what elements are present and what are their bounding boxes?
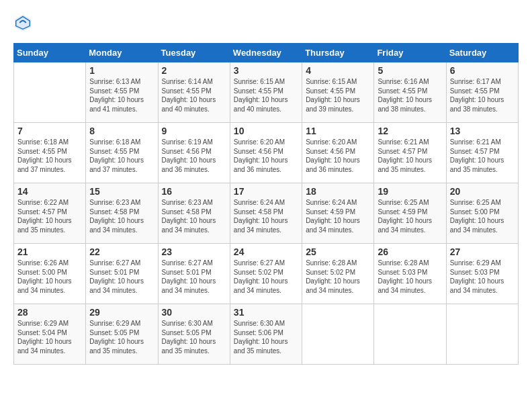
calendar-cell: 16Sunrise: 6:23 AM Sunset: 4:58 PM Dayli… [158, 183, 230, 244]
calendar-cell: 10Sunrise: 6:20 AM Sunset: 4:56 PM Dayli… [230, 123, 302, 183]
day-number: 13 [450, 126, 515, 136]
calendar-cell: 20Sunrise: 6:25 AM Sunset: 5:00 PM Dayli… [446, 183, 518, 244]
day-info: Sunrise: 6:25 AM Sunset: 4:59 PM Dayligh… [378, 198, 442, 234]
day-number: 21 [17, 246, 82, 257]
calendar-cell: 4Sunrise: 6:15 AM Sunset: 4:55 PM Daylig… [302, 62, 374, 123]
day-number: 10 [234, 126, 298, 136]
day-number: 19 [378, 186, 442, 197]
day-info: Sunrise: 6:26 AM Sunset: 5:00 PM Dayligh… [17, 259, 82, 295]
day-info: Sunrise: 6:15 AM Sunset: 4:55 PM Dayligh… [234, 77, 298, 113]
calendar-cell: 9Sunrise: 6:19 AM Sunset: 4:56 PM Daylig… [158, 123, 230, 183]
day-number: 6 [450, 65, 515, 76]
calendar-cell [14, 62, 86, 123]
day-number: 31 [234, 307, 298, 318]
day-info: Sunrise: 6:17 AM Sunset: 4:55 PM Dayligh… [450, 77, 515, 113]
day-number: 22 [89, 246, 154, 257]
day-info: Sunrise: 6:14 AM Sunset: 4:55 PM Dayligh… [162, 77, 226, 113]
calendar-cell: 30Sunrise: 6:30 AM Sunset: 5:05 PM Dayli… [158, 304, 230, 365]
calendar-cell [302, 304, 374, 365]
day-info: Sunrise: 6:18 AM Sunset: 4:55 PM Dayligh… [17, 138, 82, 174]
day-info: Sunrise: 6:16 AM Sunset: 4:55 PM Dayligh… [378, 77, 442, 113]
logo-icon [13, 13, 32, 32]
calendar-cell: 22Sunrise: 6:27 AM Sunset: 5:01 PM Dayli… [86, 244, 158, 304]
calendar-week-5: 28Sunrise: 6:29 AM Sunset: 5:04 PM Dayli… [14, 304, 519, 365]
day-info: Sunrise: 6:24 AM Sunset: 4:58 PM Dayligh… [234, 198, 298, 234]
day-number: 3 [234, 65, 298, 76]
day-info: Sunrise: 6:20 AM Sunset: 4:56 PM Dayligh… [306, 138, 370, 174]
day-info: Sunrise: 6:22 AM Sunset: 4:57 PM Dayligh… [17, 198, 82, 234]
calendar-table: Sunday Monday Tuesday Wednesday Thursday… [13, 43, 519, 365]
day-info: Sunrise: 6:28 AM Sunset: 5:03 PM Dayligh… [378, 259, 442, 295]
day-info: Sunrise: 6:28 AM Sunset: 5:02 PM Dayligh… [306, 259, 370, 295]
calendar-cell: 12Sunrise: 6:21 AM Sunset: 4:57 PM Dayli… [374, 123, 446, 183]
day-number: 17 [234, 186, 298, 197]
calendar-cell: 5Sunrise: 6:16 AM Sunset: 4:55 PM Daylig… [374, 62, 446, 123]
col-thursday: Thursday [302, 44, 374, 62]
day-number: 16 [162, 186, 226, 197]
day-number: 25 [306, 246, 370, 257]
header-row: Sunday Monday Tuesday Wednesday Thursday… [14, 44, 519, 62]
day-number: 8 [89, 126, 154, 136]
day-info: Sunrise: 6:21 AM Sunset: 4:57 PM Dayligh… [378, 138, 442, 174]
calendar-body: 1Sunrise: 6:13 AM Sunset: 4:55 PM Daylig… [14, 62, 519, 365]
col-sunday: Sunday [14, 44, 86, 62]
day-info: Sunrise: 6:13 AM Sunset: 4:55 PM Dayligh… [89, 77, 154, 113]
calendar-cell: 6Sunrise: 6:17 AM Sunset: 4:55 PM Daylig… [446, 62, 518, 123]
calendar-cell: 24Sunrise: 6:27 AM Sunset: 5:02 PM Dayli… [230, 244, 302, 304]
day-info: Sunrise: 6:29 AM Sunset: 5:04 PM Dayligh… [17, 319, 82, 355]
calendar-cell: 27Sunrise: 6:29 AM Sunset: 5:03 PM Dayli… [446, 244, 518, 304]
calendar-cell: 15Sunrise: 6:23 AM Sunset: 4:58 PM Dayli… [86, 183, 158, 244]
calendar-cell: 19Sunrise: 6:25 AM Sunset: 4:59 PM Dayli… [374, 183, 446, 244]
calendar-cell: 29Sunrise: 6:29 AM Sunset: 5:05 PM Dayli… [86, 304, 158, 365]
day-number: 2 [162, 65, 226, 76]
calendar-cell: 13Sunrise: 6:21 AM Sunset: 4:57 PM Dayli… [446, 123, 518, 183]
day-number: 11 [306, 126, 370, 136]
day-number: 15 [89, 186, 154, 197]
col-friday: Friday [374, 44, 446, 62]
calendar-cell: 23Sunrise: 6:27 AM Sunset: 5:01 PM Dayli… [158, 244, 230, 304]
calendar-cell: 18Sunrise: 6:24 AM Sunset: 4:59 PM Dayli… [302, 183, 374, 244]
calendar-cell [446, 304, 518, 365]
calendar-header: Sunday Monday Tuesday Wednesday Thursday… [14, 44, 519, 62]
page-header [13, 13, 519, 32]
calendar-week-3: 14Sunrise: 6:22 AM Sunset: 4:57 PM Dayli… [14, 183, 519, 244]
calendar-week-1: 1Sunrise: 6:13 AM Sunset: 4:55 PM Daylig… [14, 62, 519, 123]
calendar-cell: 17Sunrise: 6:24 AM Sunset: 4:58 PM Dayli… [230, 183, 302, 244]
calendar-cell: 1Sunrise: 6:13 AM Sunset: 4:55 PM Daylig… [86, 62, 158, 123]
calendar-cell: 25Sunrise: 6:28 AM Sunset: 5:02 PM Dayli… [302, 244, 374, 304]
day-info: Sunrise: 6:27 AM Sunset: 5:02 PM Dayligh… [234, 259, 298, 295]
day-number: 9 [162, 126, 226, 136]
calendar-cell: 7Sunrise: 6:18 AM Sunset: 4:55 PM Daylig… [14, 123, 86, 183]
day-number: 27 [450, 246, 515, 257]
day-number: 28 [17, 307, 82, 318]
day-number: 5 [378, 65, 442, 76]
day-info: Sunrise: 6:25 AM Sunset: 5:00 PM Dayligh… [450, 198, 515, 234]
col-wednesday: Wednesday [230, 44, 302, 62]
day-info: Sunrise: 6:29 AM Sunset: 5:03 PM Dayligh… [450, 259, 515, 295]
calendar-week-2: 7Sunrise: 6:18 AM Sunset: 4:55 PM Daylig… [14, 123, 519, 183]
day-info: Sunrise: 6:30 AM Sunset: 5:05 PM Dayligh… [162, 319, 226, 355]
calendar-cell: 3Sunrise: 6:15 AM Sunset: 4:55 PM Daylig… [230, 62, 302, 123]
day-info: Sunrise: 6:18 AM Sunset: 4:55 PM Dayligh… [89, 138, 154, 174]
day-number: 29 [89, 307, 154, 318]
day-info: Sunrise: 6:20 AM Sunset: 4:56 PM Dayligh… [234, 138, 298, 174]
day-number: 30 [162, 307, 226, 318]
day-number: 1 [89, 65, 154, 76]
day-number: 18 [306, 186, 370, 197]
day-number: 26 [378, 246, 442, 257]
day-info: Sunrise: 6:21 AM Sunset: 4:57 PM Dayligh… [450, 138, 515, 174]
day-info: Sunrise: 6:23 AM Sunset: 4:58 PM Dayligh… [89, 198, 154, 234]
calendar-cell: 2Sunrise: 6:14 AM Sunset: 4:55 PM Daylig… [158, 62, 230, 123]
calendar-cell [374, 304, 446, 365]
day-number: 12 [378, 126, 442, 136]
col-saturday: Saturday [446, 44, 518, 62]
logo [13, 13, 35, 32]
day-number: 24 [234, 246, 298, 257]
calendar-cell: 11Sunrise: 6:20 AM Sunset: 4:56 PM Dayli… [302, 123, 374, 183]
day-info: Sunrise: 6:15 AM Sunset: 4:55 PM Dayligh… [306, 77, 370, 113]
col-monday: Monday [86, 44, 158, 62]
calendar-cell: 8Sunrise: 6:18 AM Sunset: 4:55 PM Daylig… [86, 123, 158, 183]
day-info: Sunrise: 6:30 AM Sunset: 5:06 PM Dayligh… [234, 319, 298, 355]
day-info: Sunrise: 6:27 AM Sunset: 5:01 PM Dayligh… [89, 259, 154, 295]
col-tuesday: Tuesday [158, 44, 230, 62]
